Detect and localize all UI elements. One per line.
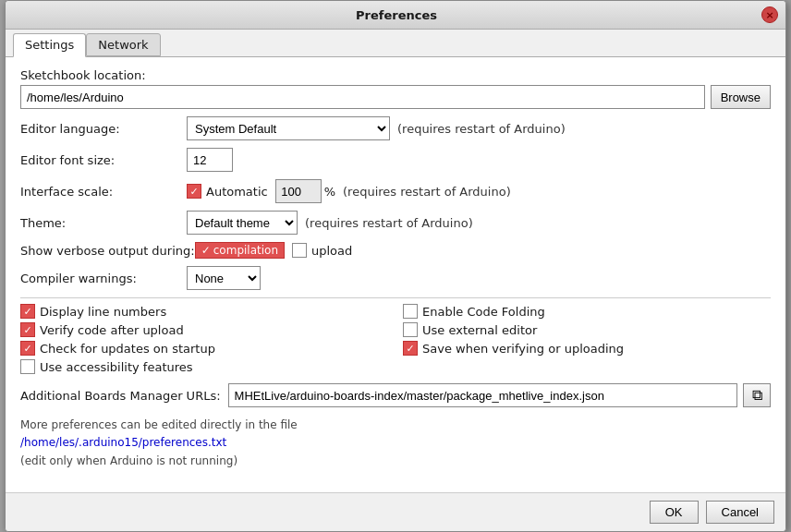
theme-note: (requires restart of Arduino) xyxy=(305,216,473,230)
external-editor-checkbox[interactable] xyxy=(403,322,418,337)
preferences-dialog: Preferences × Settings Network Sketchboo… xyxy=(5,0,786,532)
enable-code-folding-label: Enable Code Folding xyxy=(422,305,545,319)
compiler-warnings-select[interactable]: None Default More All xyxy=(187,266,261,290)
editor-language-label: Editor language: xyxy=(20,122,187,136)
upload-label: upload xyxy=(311,244,352,258)
tab-network[interactable]: Network xyxy=(86,33,160,56)
sketchbook-location-row: Sketchbook location: Browse xyxy=(20,68,771,109)
automatic-checkbox[interactable] xyxy=(187,184,201,199)
check-updates-label: Check for updates on startup xyxy=(40,342,215,356)
info-line1: More preferences can be edited directly … xyxy=(20,417,771,434)
divider xyxy=(20,297,771,298)
editor-font-size-row: Editor font size: xyxy=(20,148,771,172)
verify-code-row: Verify code after upload xyxy=(20,322,388,337)
close-button[interactable]: × xyxy=(761,6,778,23)
compiler-warnings-label: Compiler warnings: xyxy=(20,272,187,285)
compilation-checkbox[interactable]: ✓ compilation xyxy=(195,242,285,259)
sketchbook-input[interactable] xyxy=(20,85,705,109)
compiler-warnings-row: Compiler warnings: None Default More All xyxy=(20,266,771,290)
checkboxes-grid: Display line numbers Enable Code Folding… xyxy=(20,304,771,374)
interface-scale-label: Interface scale: xyxy=(20,185,187,199)
theme-select[interactable]: Default theme xyxy=(187,211,298,235)
interface-scale-row: Interface scale: Automatic % (requires r… xyxy=(20,179,771,203)
external-editor-label: Use external editor xyxy=(422,323,537,337)
accessibility-row: Use accessibility features xyxy=(20,359,388,374)
settings-content: Sketchbook location: Browse Editor langu… xyxy=(6,57,785,492)
check-updates-checkbox[interactable] xyxy=(20,341,35,356)
theme-row: Theme: Default theme (requires restart o… xyxy=(20,211,771,235)
automatic-label: Automatic xyxy=(206,185,268,199)
editor-language-select[interactable]: System Default xyxy=(187,116,390,140)
tab-bar: Settings Network xyxy=(6,30,785,57)
verbose-output-label: Show verbose output during: xyxy=(20,244,195,258)
verify-code-label: Verify code after upload xyxy=(40,323,184,337)
ok-button[interactable]: OK xyxy=(650,501,699,524)
sketchbook-label: Sketchbook location: xyxy=(20,68,146,82)
copy-url-button[interactable]: ⧉ xyxy=(743,383,771,407)
font-size-input[interactable] xyxy=(187,148,233,172)
empty-right xyxy=(403,359,771,374)
dialog-title: Preferences xyxy=(31,8,761,22)
info-line2: /home/les/.arduino15/preferences.txt xyxy=(20,434,771,452)
dialog-footer: OK Cancel xyxy=(6,492,785,531)
additional-urls-row: Additional Boards Manager URLs: ⧉ xyxy=(20,383,771,407)
accessibility-label: Use accessibility features xyxy=(40,360,193,374)
browse-button[interactable]: Browse xyxy=(711,85,771,109)
save-verifying-row: Save when verifying or uploading xyxy=(403,341,771,356)
verbose-output-row: Show verbose output during: ✓ compilatio… xyxy=(20,242,771,259)
verify-code-checkbox[interactable] xyxy=(20,322,35,337)
display-line-numbers-label: Display line numbers xyxy=(40,305,166,319)
enable-code-folding-row: Enable Code Folding xyxy=(403,304,771,319)
display-line-numbers-checkbox[interactable] xyxy=(20,304,35,319)
theme-label: Theme: xyxy=(20,216,187,230)
editor-language-note: (requires restart of Arduino) xyxy=(397,122,566,136)
additional-urls-label: Additional Boards Manager URLs: xyxy=(20,389,221,403)
scale-input[interactable] xyxy=(275,179,322,203)
percent-label: % xyxy=(324,185,335,199)
info-line3: (edit only when Arduino is not running) xyxy=(20,453,771,470)
enable-code-folding-checkbox[interactable] xyxy=(403,304,418,319)
upload-checkbox[interactable] xyxy=(292,243,307,258)
check-updates-row: Check for updates on startup xyxy=(20,341,388,356)
additional-urls-input[interactable] xyxy=(228,383,737,407)
save-verifying-checkbox[interactable] xyxy=(403,341,418,356)
cancel-button[interactable]: Cancel xyxy=(706,501,774,524)
editor-language-row: Editor language: System Default (require… xyxy=(20,116,771,140)
compilation-label: compilation xyxy=(213,244,278,257)
compilation-check-icon: ✓ xyxy=(201,244,211,257)
save-verifying-label: Save when verifying or uploading xyxy=(422,342,624,356)
external-editor-row: Use external editor xyxy=(403,322,771,337)
tab-settings[interactable]: Settings xyxy=(13,33,86,57)
scale-note: (requires restart of Arduino) xyxy=(343,185,511,199)
display-line-numbers-row: Display line numbers xyxy=(20,304,388,319)
editor-font-size-label: Editor font size: xyxy=(20,153,187,167)
accessibility-checkbox[interactable] xyxy=(20,359,35,374)
info-text: More preferences can be edited directly … xyxy=(20,417,771,470)
titlebar: Preferences × xyxy=(6,1,785,30)
